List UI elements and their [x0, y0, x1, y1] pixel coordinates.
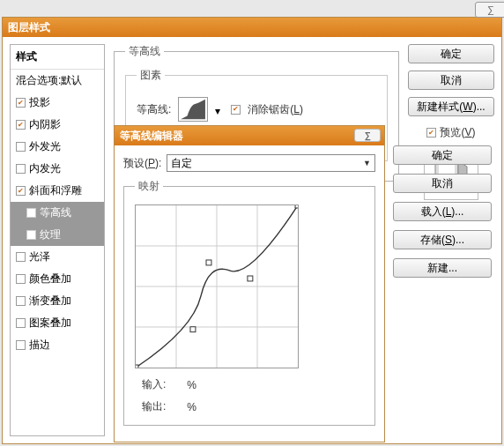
input-label: 输入: — [142, 377, 166, 392]
style-item[interactable]: 外发光 — [11, 136, 104, 158]
style-item[interactable]: 图案叠加 — [11, 312, 104, 334]
style-checkbox[interactable] — [16, 164, 26, 174]
style-label: 纹理 — [40, 227, 61, 242]
style-item[interactable]: 斜面和浮雕 — [11, 180, 104, 202]
svg-rect-10 — [248, 276, 253, 281]
style-checkbox[interactable] — [16, 120, 26, 130]
contour-dropdown-icon[interactable]: ▾ — [215, 105, 224, 114]
mapping-legend: 映射 — [135, 179, 163, 194]
style-checkbox[interactable] — [26, 230, 36, 240]
preset-combo[interactable]: 自定 ▼ — [167, 154, 375, 172]
blend-options[interactable]: 混合选项:默认 — [11, 70, 104, 92]
svg-rect-8 — [190, 327, 196, 332]
style-item[interactable]: 渐变叠加 — [11, 290, 104, 312]
cancel-button[interactable]: 取消 — [408, 71, 494, 90]
style-item[interactable]: 描边 — [11, 334, 104, 356]
outer-titlebar[interactable]: 图层样式 — [3, 18, 501, 37]
style-label: 渐变叠加 — [29, 294, 71, 308]
styles-header: 样式 — [11, 45, 104, 70]
editor-close-button[interactable]: ∑ — [354, 129, 381, 142]
style-checkbox[interactable] — [16, 252, 26, 262]
output-pct: % — [187, 401, 196, 413]
outer-title: 图层样式 — [8, 20, 496, 35]
style-item[interactable]: 光泽 — [11, 246, 104, 268]
style-checkbox[interactable] — [16, 318, 26, 328]
output-label: 输出: — [142, 399, 166, 414]
style-label: 投影 — [29, 95, 50, 110]
style-label: 描边 — [29, 338, 50, 353]
editor-ok-button[interactable]: 确定 — [393, 145, 492, 165]
style-item[interactable]: 纹理 — [11, 224, 104, 246]
contour-label: 等高线: — [137, 102, 171, 117]
newstyle-button[interactable]: 新建样式(W)... — [408, 97, 494, 116]
mid-panel: 等高线 图素 等高线: ▾ 消除锯齿(L) 范围(R): — [114, 44, 399, 436]
outer-close-button[interactable]: ∑ — [475, 2, 504, 18]
style-label: 斜面和浮雕 — [29, 183, 82, 198]
style-checkbox[interactable] — [16, 340, 26, 350]
editor-title: 等高线编辑器 — [120, 129, 379, 144]
style-item[interactable]: 内发光 — [11, 158, 104, 180]
style-checkbox[interactable] — [26, 208, 36, 218]
style-checkbox[interactable] — [16, 186, 26, 196]
editor-cancel-button[interactable]: 取消 — [393, 174, 492, 193]
chevron-down-icon: ▼ — [363, 159, 371, 167]
antialias-checkbox[interactable] — [231, 105, 241, 115]
contour-legend: 等高线 — [125, 44, 164, 59]
input-pct: % — [187, 379, 196, 391]
preview-label: 预览(V) — [440, 125, 475, 140]
svg-rect-9 — [206, 260, 211, 265]
style-item[interactable]: 投影 — [11, 92, 104, 114]
style-item[interactable]: 内阴影 — [11, 114, 104, 136]
styles-panel: 样式 混合选项:默认 投影内阴影外发光内发光斜面和浮雕等高线纹理光泽颜色叠加渐变… — [10, 44, 105, 436]
style-checkbox[interactable] — [16, 142, 26, 152]
antialias-label: 消除锯齿(L) — [248, 102, 303, 117]
editor-new-button[interactable]: 新建... — [393, 258, 492, 278]
mapping-group: 映射 输入: % 输出: % — [123, 179, 375, 426]
style-checkbox[interactable] — [16, 98, 26, 108]
style-label: 内发光 — [29, 161, 61, 176]
style-label: 图案叠加 — [29, 316, 71, 331]
contour-thumbnail[interactable] — [178, 97, 208, 122]
style-item[interactable]: 等高线 — [11, 202, 104, 224]
style-item[interactable]: 颜色叠加 — [11, 268, 104, 290]
svg-rect-11 — [295, 205, 298, 208]
style-label: 外发光 — [29, 139, 61, 154]
style-checkbox[interactable] — [16, 296, 26, 306]
style-label: 内阴影 — [29, 117, 61, 132]
editor-load-button[interactable]: 载入(L)... — [393, 202, 492, 221]
style-checkbox[interactable] — [16, 274, 26, 284]
style-label: 等高线 — [40, 205, 71, 220]
contour-editor-dialog: 等高线编辑器 ∑ 预设(P): 自定 ▼ 映射 — [114, 125, 385, 442]
preset-label: 预设(P): — [123, 156, 161, 171]
ok-button[interactable]: 确定 — [408, 44, 494, 63]
curve-canvas[interactable] — [135, 204, 299, 368]
editor-save-button[interactable]: 存储(S)... — [393, 230, 492, 249]
editor-titlebar[interactable]: 等高线编辑器 ∑ — [115, 126, 384, 145]
preview-checkbox[interactable] — [426, 128, 436, 138]
style-label: 颜色叠加 — [29, 271, 71, 286]
style-label: 光泽 — [29, 249, 50, 264]
editor-buttons: 确定 取消 载入(L)... 存储(S)... 新建... — [393, 145, 492, 278]
preset-value: 自定 — [171, 156, 192, 171]
element-legend: 图素 — [137, 68, 165, 83]
svg-rect-7 — [136, 365, 138, 368]
layer-style-dialog: ∑ 图层样式 样式 混合选项:默认 投影内阴影外发光内发光斜面和浮雕等高线纹理光… — [2, 17, 502, 444]
